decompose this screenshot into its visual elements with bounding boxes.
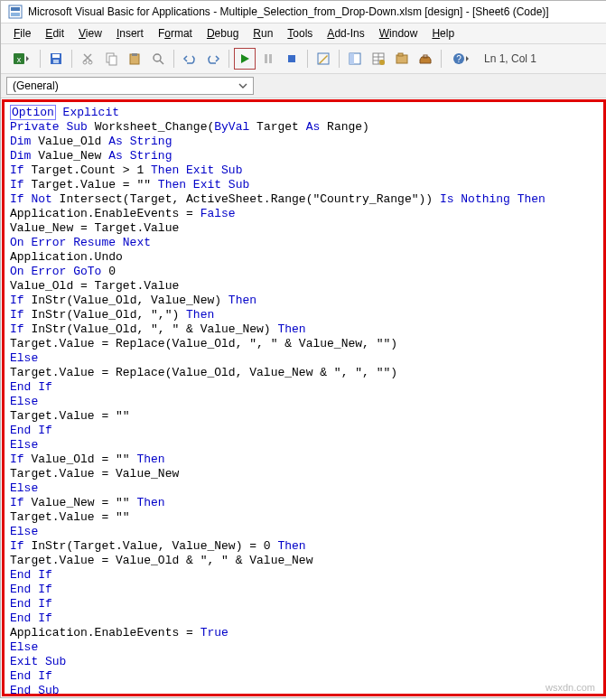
properties-button[interactable]: [368, 48, 389, 70]
svg-rect-16: [269, 54, 272, 63]
cursor-location: Ln 1, Col 1: [484, 52, 536, 65]
svg-rect-24: [398, 53, 403, 56]
menu-window[interactable]: Window: [374, 25, 424, 42]
code-pane[interactable]: Option Explicit Private Sub Worksheet_Ch…: [5, 102, 603, 694]
view-excel-button[interactable]: x: [6, 48, 35, 70]
svg-rect-17: [288, 55, 295, 62]
toolbox-button[interactable]: [415, 48, 436, 70]
find-button[interactable]: [147, 48, 169, 70]
menu-insert[interactable]: Insert: [111, 25, 149, 42]
svg-rect-7: [53, 60, 59, 63]
separator: [40, 50, 41, 68]
svg-rect-13: [132, 53, 137, 56]
menu-run[interactable]: Run: [247, 25, 278, 42]
menu-debug[interactable]: Debug: [201, 25, 244, 42]
separator: [228, 50, 229, 68]
window-title: Microsoft Visual Basic for Applications …: [28, 5, 549, 18]
menu-addins[interactable]: Add-Ins: [322, 25, 369, 42]
menu-file[interactable]: File: [8, 25, 36, 42]
separator: [71, 50, 72, 68]
paste-button[interactable]: [124, 48, 145, 70]
separator: [339, 50, 340, 68]
code-text[interactable]: Option Explicit Private Sub Worksheet_Ch…: [5, 102, 603, 694]
code-pane-highlight: Option Explicit Private Sub Worksheet_Ch…: [2, 99, 606, 696]
svg-rect-1: [11, 7, 20, 11]
menu-tools[interactable]: Tools: [282, 25, 318, 42]
save-button[interactable]: [45, 48, 67, 70]
object-browser-button[interactable]: [391, 48, 413, 70]
svg-point-14: [154, 54, 161, 61]
project-explorer-button[interactable]: [344, 48, 366, 70]
design-mode-button[interactable]: [312, 48, 334, 70]
redo-button[interactable]: [202, 48, 224, 70]
separator: [173, 50, 174, 68]
svg-rect-11: [109, 56, 117, 65]
chevron-down-icon: [238, 81, 247, 90]
titlebar: Microsoft Visual Basic for Applications …: [1, 1, 606, 23]
toolbar: x ? Ln 1, Col 1: [1, 44, 606, 74]
menu-edit[interactable]: Edit: [40, 25, 70, 42]
cut-button[interactable]: [77, 48, 98, 70]
watermark: wsxdn.com: [545, 682, 595, 693]
separator: [441, 50, 442, 68]
object-dropdown[interactable]: (General): [6, 77, 254, 95]
svg-text:x: x: [17, 55, 22, 64]
separator: [307, 50, 308, 68]
run-button[interactable]: [234, 48, 256, 70]
svg-point-22: [379, 60, 385, 65]
menu-help[interactable]: Help: [426, 25, 460, 42]
svg-rect-15: [265, 54, 267, 63]
break-button[interactable]: [257, 48, 279, 70]
svg-rect-2: [11, 13, 20, 16]
reset-button[interactable]: [281, 48, 303, 70]
copy-button[interactable]: [100, 48, 122, 70]
code-header: (General): [1, 74, 606, 98]
vba-app-icon: [8, 5, 23, 19]
menu-format[interactable]: Format: [153, 25, 198, 42]
menu-view[interactable]: View: [73, 25, 107, 42]
undo-button[interactable]: [179, 48, 200, 70]
svg-rect-20: [350, 53, 354, 64]
svg-text:?: ?: [456, 54, 461, 64]
help-button[interactable]: ?: [446, 48, 475, 70]
menubar: File Edit View Insert Format Debug Run T…: [1, 23, 606, 44]
svg-rect-6: [52, 54, 60, 58]
object-dropdown-value: (General): [13, 79, 59, 92]
